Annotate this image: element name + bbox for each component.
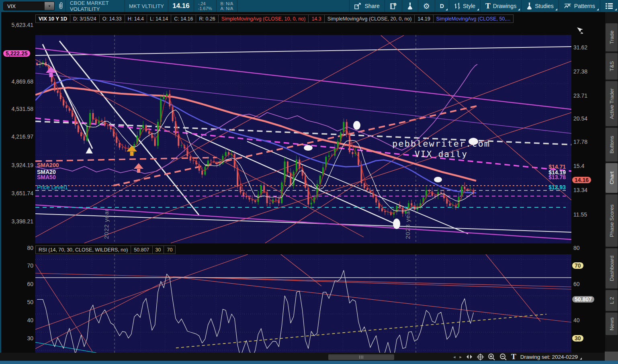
rsi-axis-label-right: 80 xyxy=(573,245,580,251)
share-icon xyxy=(354,3,362,9)
year-label-2022: 2022 year xyxy=(103,195,110,239)
study-sma20-label[interactable]: SimpleMovingAvg (CLOSE, 20, 0, no) xyxy=(325,14,415,23)
drawn-level-value: $12.93 xyxy=(530,184,566,190)
drawn-level-label: SMA50 xyxy=(37,174,56,180)
timeframe-button[interactable]: D xyxy=(435,0,449,12)
rsi-axis-label-left: 80 xyxy=(0,245,33,251)
study-sma10-label[interactable]: SimpleMovingAvg (CLOSE, 10, 0, no) xyxy=(219,14,309,23)
sidebar-tab-news[interactable]: News xyxy=(606,313,618,335)
rsi-axis-label-left: 70 xyxy=(0,262,33,269)
price-axis-label-right: 20.54 xyxy=(573,115,587,122)
cursor-tool-icon[interactable] xyxy=(575,27,584,36)
last-price: 14.16 xyxy=(172,2,190,10)
ohlc-date: D: 3/15/24 xyxy=(70,14,100,23)
rsi-axis-label-left: 30 xyxy=(0,335,33,342)
drawn-level-value: $13.78 xyxy=(530,174,566,180)
settings-button[interactable]: ⚙ xyxy=(418,0,435,12)
chart-title: VIX 10 Y 1D xyxy=(35,14,70,23)
studies-flask-icon xyxy=(526,2,532,10)
watermark-title: VIX daily xyxy=(389,149,493,159)
fit-width-icon[interactable] xyxy=(466,354,473,360)
symbol-input[interactable]: VIX ▼ xyxy=(3,2,55,10)
drawn-level-label: Price Level1 xyxy=(37,184,68,190)
price-axis-label-right: 15.4 xyxy=(573,163,584,169)
notes-button[interactable]: i xyxy=(385,0,402,12)
pan-crosshair-icon[interactable] xyxy=(477,354,484,360)
scrollbar-corner xyxy=(605,352,618,361)
rsi-study-label[interactable]: RSI (14, 70, 30, CLOSE, WILDERS, no) xyxy=(35,245,131,254)
sidebar-tab-chart[interactable]: Chart xyxy=(606,163,618,193)
studies-button[interactable]: Studies xyxy=(522,0,559,12)
thinkorswim-window: VIX ▼ CBOE MARKET VOLATILITY MKT VLTILIT… xyxy=(0,0,618,364)
drawings-button[interactable]: T Drawings xyxy=(481,0,521,12)
ohlc-high: H: 14.4 xyxy=(125,14,147,23)
rsi-axis-label-right: 70 xyxy=(572,262,583,269)
link-paperclip-icon[interactable] xyxy=(59,2,63,10)
price-axis-label-left: 4,216.97 xyxy=(0,133,33,140)
sidebar-tab-l-2[interactable]: L 2 xyxy=(606,290,618,311)
price-change: -.24-1.67% xyxy=(198,1,212,11)
rsi-axis-label-right: 60 xyxy=(573,281,580,287)
share-button[interactable]: Share xyxy=(350,0,384,12)
drawings-icon: T xyxy=(485,2,491,10)
watermark-site: pebblewriter.com xyxy=(389,139,493,149)
year-label-2023: 2023 year xyxy=(404,195,411,239)
sidebar-tab-buttons[interactable]: Buttons xyxy=(606,128,618,162)
symbol-dropdown-button[interactable]: ▼ xyxy=(45,2,54,10)
ohlc-close: C: 14.16 xyxy=(171,14,196,23)
ohlc-open: O: 14.33 xyxy=(100,14,125,23)
window-edge xyxy=(0,12,1,361)
sidebar-tab-phase-scores[interactable]: Phase Scores xyxy=(606,194,618,247)
separator xyxy=(237,0,237,12)
chart-panel: VIX 10 Y 1D D: 3/15/24 O: 14.33 H: 14.4 … xyxy=(0,12,605,353)
rsi-chart-canvas xyxy=(35,254,571,353)
gear-icon: ⚙ xyxy=(423,2,430,11)
price-axis-label-left: 5,222.25 xyxy=(3,50,30,57)
price-axis-label-left: 4,869.68 xyxy=(0,78,33,85)
bid-ask: B: N/AA: N/A xyxy=(221,1,233,11)
note-book-icon: i xyxy=(390,3,397,10)
patterns-icon xyxy=(564,3,572,9)
rsi-axis-label-left: 50 xyxy=(0,299,33,305)
chart-menu-button[interactable] xyxy=(600,0,618,12)
rsi-band-low: 30 xyxy=(153,245,164,254)
rsi-axis-label-left: 60 xyxy=(0,281,33,287)
zoom-in-icon[interactable] xyxy=(488,353,495,361)
sidebar-tab-active-trader[interactable]: Active Trader xyxy=(606,81,618,126)
style-button[interactable]: Style xyxy=(449,0,480,12)
drawing-set-selector[interactable]: Drawing set: 2024-0229 xyxy=(520,354,582,360)
analyze-button[interactable] xyxy=(402,0,418,12)
patterns-button[interactable]: Patterns xyxy=(559,0,600,12)
window-bottom-edge xyxy=(0,361,618,364)
right-gadget-tabs: TradeT&SActive TraderButtonsChartPhase S… xyxy=(605,12,618,361)
rsi-band-high: 70 xyxy=(164,245,176,254)
horizontal-scrollbar-thumb[interactable] xyxy=(328,354,394,360)
price-axis-label-right: 13.34 xyxy=(573,187,587,193)
rsi-axis-label-right: 30 xyxy=(572,335,583,342)
rsi-axis-label-right: 40 xyxy=(573,317,580,323)
scroll-right-icon[interactable]: ▸ xyxy=(460,354,462,360)
price-axis-label-right: 14.16 xyxy=(572,177,591,183)
sidebar-tab-t-s[interactable]: T&S xyxy=(606,53,618,80)
sidebar-tab-trade[interactable]: Trade xyxy=(606,23,618,51)
sidebar-tab-dashboard[interactable]: Dashboard xyxy=(606,248,618,288)
price-axis-label-left: 4,531.58 xyxy=(0,106,33,112)
ohlc-range: R: 0.26 xyxy=(196,14,218,23)
text-note-tool-icon[interactable]: T xyxy=(511,352,516,361)
price-axis-label-right: 17.78 xyxy=(573,139,587,145)
price-axis-label-right: 11.55 xyxy=(573,211,587,218)
scroll-left-icon[interactable]: ◂ xyxy=(453,354,456,360)
zoom-out-icon[interactable] xyxy=(499,353,507,361)
menu-grid-icon xyxy=(605,3,613,9)
ohlc-low: L: 14.14 xyxy=(147,14,171,23)
top-toolbar: VIX ▼ CBOE MARKET VOLATILITY MKT VLTILIT… xyxy=(0,0,618,12)
chart-style-icon xyxy=(454,2,460,10)
study-sma10-value: 14.3 xyxy=(309,14,324,23)
price-axis-label-right: 31.62 xyxy=(573,44,587,51)
flask-icon xyxy=(407,2,413,10)
symbol-value: VIX xyxy=(4,3,16,9)
study-sma50-label[interactable]: SimpleMovingAvg (CLOSE, 50,... xyxy=(434,14,514,23)
study-sma20-value: 14.19 xyxy=(415,14,433,23)
rsi-axis-label-left: 40 xyxy=(0,317,33,323)
price-axis-label-left: 3,651.74 xyxy=(0,190,33,196)
